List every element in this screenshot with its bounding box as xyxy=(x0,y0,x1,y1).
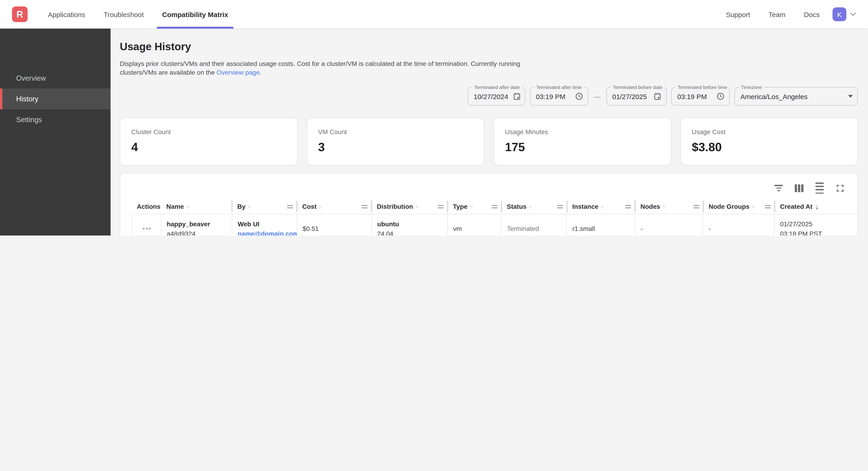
cell-secondary-text: 24.04 xyxy=(377,230,443,235)
terminated-before-date-value[interactable]: 01/27/2025 xyxy=(612,92,649,100)
terminated-after-time-value[interactable]: 03:19 PM xyxy=(536,92,570,100)
sidebar-item-history[interactable]: History xyxy=(0,88,111,109)
column-label[interactable]: Created At xyxy=(780,203,812,210)
terminated-before-date-input[interactable]: Terminated before date 01/27/2025 xyxy=(606,87,666,106)
clock-icon[interactable] xyxy=(575,92,583,100)
sort-icon[interactable]: ↑↓ xyxy=(318,203,322,210)
column-header-cost: Cost ↑↓ xyxy=(297,199,371,214)
row-actions-button[interactable] xyxy=(141,225,153,233)
column-header-by: By ↑↓ xyxy=(232,199,297,214)
cell-secondary-text: a48d9324 xyxy=(167,230,228,235)
timezone-label: Timezone xyxy=(739,84,764,90)
terminated-before-date-label: Terminated before date xyxy=(611,84,664,90)
cell-actions xyxy=(132,214,161,235)
sort-icon[interactable]: ↑↓ xyxy=(415,203,419,210)
terminated-after-date-value[interactable]: 10/27/2024 xyxy=(474,92,508,100)
nav-tab-applications[interactable]: Applications xyxy=(39,0,94,29)
column-label[interactable]: Distribution xyxy=(377,203,413,210)
column-label[interactable]: Name xyxy=(166,203,184,210)
fullscreen-icon[interactable] xyxy=(836,184,844,193)
date-range-separator: — xyxy=(593,92,602,100)
filter-icon[interactable] xyxy=(774,184,783,192)
replicated-logo[interactable]: R xyxy=(12,6,28,22)
sidebar-item-overview[interactable]: Overview xyxy=(0,68,111,88)
sort-icon[interactable]: ↑↓ xyxy=(528,203,533,210)
nav-link-team[interactable]: Team xyxy=(769,10,785,18)
usage-table-card: Actions Name ↑↓ By ↑↓ xyxy=(120,173,858,235)
clock-icon[interactable] xyxy=(716,92,725,100)
column-label[interactable]: Nodes xyxy=(641,203,660,210)
description-line1: Displays prior clusters/VMs and their as… xyxy=(120,60,520,67)
created-date: 01/27/2025 xyxy=(780,220,855,228)
drag-handle-icon[interactable] xyxy=(765,204,771,209)
calendar-icon[interactable] xyxy=(513,92,521,100)
cell-primary-text: Web UI xyxy=(238,220,293,228)
cell-primary-text: ubuntu xyxy=(377,220,443,228)
terminated-after-time-input[interactable]: Terminated after time 03:19 PM xyxy=(530,87,588,106)
cell-text: vm xyxy=(453,225,497,233)
table-header-row: Actions Name ↑↓ By ↑↓ xyxy=(131,199,858,214)
table-body: happy_beavera48d9324Web UIname@domain.co… xyxy=(131,214,858,235)
row-email-link[interactable]: name@domain.com xyxy=(238,230,293,235)
sort-icon[interactable]: ↑↓ xyxy=(600,203,604,210)
drag-handle-icon[interactable] xyxy=(693,204,700,209)
sidebar-item-settings[interactable]: Settings xyxy=(0,109,111,130)
sort-desc-icon[interactable]: ↓ xyxy=(815,203,819,211)
select-caret-icon[interactable] xyxy=(848,95,853,98)
column-header-created-at: Created At ↓ xyxy=(774,199,858,214)
cell-node-groups: - xyxy=(703,214,774,235)
terminated-before-time-value[interactable]: 03:19 PM xyxy=(677,92,712,100)
calendar-icon[interactable] xyxy=(653,92,661,100)
column-label[interactable]: Type xyxy=(453,203,467,210)
overview-page-link[interactable]: Overview page xyxy=(217,69,259,76)
cell-distribution: ubuntu24.04 xyxy=(372,214,447,235)
sort-icon[interactable]: ↑↓ xyxy=(247,203,252,210)
columns-icon[interactable] xyxy=(795,184,804,192)
column-header-type: Type ↑↓ xyxy=(447,199,501,214)
table-row: happy_beavera48d9324Web UIname@domain.co… xyxy=(131,214,858,235)
column-label[interactable]: Cost xyxy=(302,203,316,210)
terminated-after-date-input[interactable]: Terminated after date 10/27/2024 xyxy=(468,87,525,106)
column-header-status: Status ↑↓ xyxy=(501,199,567,214)
timezone-select[interactable]: Timezone America/Los_Angeles xyxy=(734,87,858,106)
column-label[interactable]: By xyxy=(237,203,246,210)
created-time: 03:18 PM PST xyxy=(780,230,855,235)
nav-tab-compatibility-matrix[interactable]: Compatibility Matrix xyxy=(153,0,238,29)
nav-link-support[interactable]: Support xyxy=(726,10,750,18)
sort-icon[interactable]: ↑↓ xyxy=(751,203,755,210)
cell-nodes: - xyxy=(635,214,703,235)
column-header-nodes: Nodes ↑↓ xyxy=(635,199,703,214)
column-label[interactable]: Status xyxy=(507,203,527,210)
page-title: Usage History xyxy=(120,40,858,53)
column-label: Actions xyxy=(137,203,161,210)
chevron-down-icon[interactable] xyxy=(850,12,856,16)
column-header-actions: Actions xyxy=(131,199,161,214)
cell-name: happy_beavera48d9324 xyxy=(161,214,232,235)
terminated-before-time-input[interactable]: Terminated before time 03:19 PM xyxy=(671,87,730,106)
sort-icon[interactable]: ↑↓ xyxy=(186,203,190,210)
terminated-after-date-label: Terminated after date xyxy=(472,84,522,90)
cell-created-at: 01/27/202503:18 PM PST xyxy=(774,214,858,235)
drag-handle-icon[interactable] xyxy=(557,204,563,209)
column-label[interactable]: Instance xyxy=(572,203,598,210)
column-label[interactable]: Node Groups xyxy=(709,203,749,210)
sort-icon[interactable]: ↑↓ xyxy=(469,203,473,210)
stat-card-usage-cost: Usage Cost $3.80 xyxy=(680,118,858,166)
drag-handle-icon[interactable] xyxy=(625,204,631,209)
stat-value: 175 xyxy=(505,140,659,154)
density-icon[interactable] xyxy=(815,182,824,195)
drag-handle-icon[interactable] xyxy=(362,204,368,209)
column-header-node-groups: Node Groups ↑↓ xyxy=(703,199,774,214)
drag-handle-icon[interactable] xyxy=(438,204,444,209)
timezone-value[interactable]: America/Los_Angeles xyxy=(740,92,844,100)
sidebar: Overview History Settings xyxy=(0,29,111,235)
drag-handle-icon[interactable] xyxy=(287,204,293,209)
nav-link-docs[interactable]: Docs xyxy=(804,10,819,18)
stat-label: Cluster Count xyxy=(131,128,286,136)
nav-tab-troubleshoot[interactable]: Troubleshoot xyxy=(94,0,153,29)
avatar[interactable]: K xyxy=(833,7,846,21)
drag-handle-icon[interactable] xyxy=(492,204,498,209)
sort-icon[interactable]: ↑↓ xyxy=(662,203,666,210)
stat-label: VM Count xyxy=(318,128,473,136)
column-header-name: Name ↑↓ xyxy=(161,199,232,214)
